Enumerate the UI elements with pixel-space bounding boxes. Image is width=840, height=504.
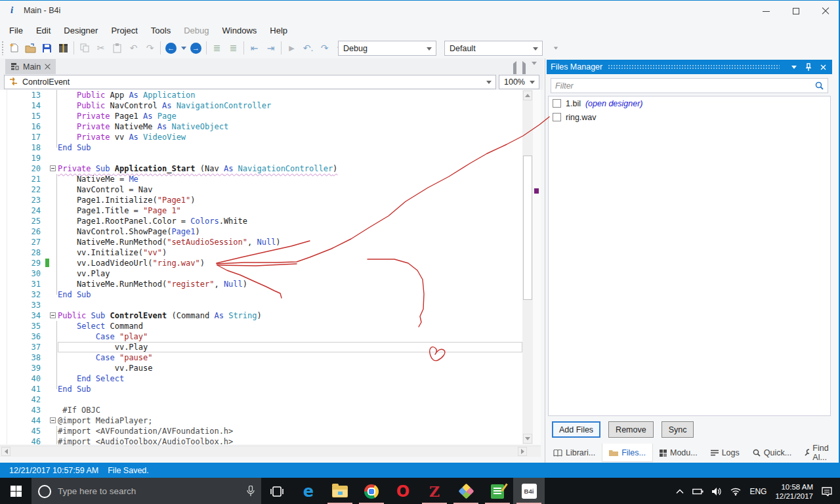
panel-drag-handle[interactable]	[608, 64, 780, 70]
code-text[interactable]: Private NativeMe As NativeObject	[58, 121, 522, 132]
tab-main[interactable]: Main	[5, 59, 56, 74]
open-project-icon[interactable]	[22, 40, 39, 56]
file-list[interactable]: 1.bil (open designer) ring.wav	[548, 96, 831, 416]
step-over-icon[interactable]: ↷	[316, 40, 333, 56]
code-text[interactable]	[58, 153, 522, 163]
wifi-icon[interactable]	[730, 488, 741, 495]
taskbar-search-box[interactable]	[32, 478, 261, 504]
code-text[interactable]: NativeMe.RunMethod("register", Null)	[58, 279, 522, 289]
uncomment-icon[interactable]: ⇥	[262, 40, 279, 56]
redo-icon[interactable]: ↷	[142, 40, 158, 56]
code-line-19[interactable]: 19	[0, 153, 522, 163]
code-line-15[interactable]: 15 Private Page1 As Page	[0, 111, 522, 121]
code-text[interactable]: NavControl.ShowPage(Page1)	[58, 226, 522, 237]
taskbar-app-edge[interactable]: e	[293, 478, 324, 504]
code-text[interactable]	[58, 300, 522, 310]
code-line-42[interactable]: 42	[0, 394, 522, 405]
copy-icon[interactable]	[76, 40, 93, 56]
tab-quick-search[interactable]: Quick...	[746, 444, 798, 462]
build-config-combo[interactable]: Default	[444, 41, 543, 56]
code-line-28[interactable]: 28 vv.Initialize("vv")	[0, 247, 522, 258]
code-text[interactable]: #import <AVFoundation/AVFoundation.h>	[58, 426, 522, 436]
code-text[interactable]: vv.Play	[58, 268, 522, 279]
undo-icon[interactable]: ↶	[125, 40, 142, 56]
volume-icon[interactable]	[712, 488, 722, 495]
code-text[interactable]: Public NavControl As NavigationControlle…	[58, 100, 522, 111]
toolbar-grip[interactable]	[1, 41, 4, 55]
menu-edit[interactable]: Edit	[30, 23, 57, 38]
code-line-33[interactable]: 33	[0, 300, 522, 310]
member-navigation-combo[interactable]: ControlEvent	[4, 75, 496, 89]
code-text[interactable]: vv.Pause	[58, 363, 522, 373]
code-line-34[interactable]: 34Public Sub ControlEvent (Command As St…	[0, 310, 522, 321]
maximize-button[interactable]	[781, 1, 810, 22]
code-text[interactable]: End Sub	[58, 384, 522, 394]
fold-margin[interactable]	[43, 163, 58, 174]
add-files-button[interactable]: Add Files	[552, 421, 600, 438]
code-text[interactable]: End Sub	[58, 289, 522, 300]
tray-clock[interactable]: 10:58 AM 12/21/2017	[775, 482, 813, 501]
collapse-icon[interactable]	[50, 312, 56, 318]
outdent-icon[interactable]: ≣	[225, 40, 242, 56]
code-lines[interactable]: 13 Public App As Application14 Public Na…	[0, 90, 522, 447]
taskbar-app-b4a[interactable]	[450, 478, 482, 504]
close-button[interactable]	[810, 1, 840, 22]
filter-box[interactable]	[551, 78, 828, 93]
paste-icon[interactable]	[109, 40, 125, 56]
code-line-37[interactable]: 37 vv.Play	[0, 342, 522, 352]
code-line-45[interactable]: 45#import <AVFoundation/AVFoundation.h>	[0, 426, 522, 436]
code-text[interactable]: Public Sub ControlEvent (Command As Stri…	[58, 310, 522, 321]
menu-windows[interactable]: Windows	[216, 23, 264, 38]
code-text[interactable]	[58, 394, 522, 405]
code-line-27[interactable]: 27 NativeMe.RunMethod("setAudioSession",…	[0, 237, 522, 247]
open-designer-link[interactable]: (open designer)	[585, 99, 643, 108]
code-text[interactable]: Page1.Initialize("Page1")	[58, 195, 522, 205]
scroll-right-icon[interactable]	[518, 447, 527, 456]
code-text[interactable]: #If OBJC	[58, 405, 522, 415]
editor-zoom-combo[interactable]: 100%	[499, 75, 539, 89]
file-checkbox[interactable]	[553, 113, 561, 121]
code-line-29[interactable]: 29 vv.LoadVideoUrl("ring.wav")	[0, 258, 522, 268]
code-line-44[interactable]: 44@import MediaPlayer;	[0, 415, 522, 426]
code-text[interactable]: Case "pause"	[58, 352, 522, 363]
save-icon[interactable]	[39, 40, 55, 56]
package-icon[interactable]	[55, 40, 72, 56]
menu-debug[interactable]: Debug	[177, 23, 215, 38]
panel-menu-icon[interactable]	[789, 66, 799, 69]
code-line-43[interactable]: 43 #If OBJC	[0, 405, 522, 415]
code-line-40[interactable]: 40 End Select	[0, 373, 522, 384]
navigate-back-dropdown-icon[interactable]	[179, 40, 188, 56]
code-line-23[interactable]: 23 Page1.Initialize("Page1")	[0, 195, 522, 205]
code-line-31[interactable]: 31 NativeMe.RunMethod("register", Null)	[0, 279, 522, 289]
code-text[interactable]: Case "play"	[58, 331, 522, 342]
code-text[interactable]: vv.Play	[58, 342, 522, 352]
file-item-ringwav[interactable]: ring.wav	[549, 110, 830, 124]
tab-files[interactable]: Files...	[602, 444, 653, 462]
filter-input[interactable]	[555, 81, 815, 91]
menu-file[interactable]: File	[3, 23, 30, 38]
code-line-36[interactable]: 36 Case "play"	[0, 331, 522, 342]
run-icon[interactable]: ▶	[284, 40, 300, 56]
code-text[interactable]: NavControl = Nav	[58, 184, 522, 195]
code-line-41[interactable]: 41End Sub	[0, 384, 522, 394]
collapse-icon[interactable]	[50, 165, 56, 171]
code-line-30[interactable]: 30 vv.Play	[0, 268, 522, 279]
menu-designer[interactable]: Designer	[57, 23, 104, 38]
collapse-icon[interactable]	[50, 417, 56, 423]
code-line-20[interactable]: 20Private Sub Application_Start (Nav As …	[0, 163, 522, 174]
minimize-button[interactable]	[751, 1, 781, 22]
code-line-35[interactable]: 35 Select Command	[0, 321, 522, 331]
taskbar-app-chrome[interactable]	[356, 478, 387, 504]
code-line-25[interactable]: 25 Page1.RootPanel.Color = Colors.White	[0, 216, 522, 226]
navigate-forward-icon[interactable]: →	[188, 40, 204, 56]
code-text[interactable]: Private Sub Application_Start (Nav As Na…	[58, 163, 522, 174]
menu-tools[interactable]: Tools	[144, 23, 177, 38]
taskbar-app-file-explorer[interactable]	[324, 478, 356, 504]
code-text[interactable]: @import MediaPlayer;	[58, 415, 522, 426]
code-line-24[interactable]: 24 Page1.Title = "Page 1"	[0, 205, 522, 216]
scrollbar-thumb[interactable]	[523, 156, 532, 300]
new-project-icon[interactable]	[6, 40, 22, 56]
language-indicator[interactable]: ENG	[749, 487, 766, 496]
navigate-back-icon[interactable]: ←	[163, 40, 179, 56]
code-line-18[interactable]: 18End Sub	[0, 142, 522, 153]
